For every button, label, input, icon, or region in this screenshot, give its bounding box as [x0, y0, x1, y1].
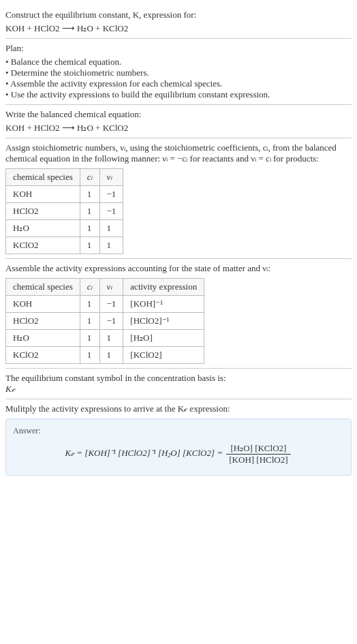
table-cell: 1 — [80, 296, 99, 313]
symbol-value: K𝒸 — [5, 384, 352, 395]
table-cell: [H₂O] — [123, 330, 204, 347]
table-header-row: chemical species cᵢ νᵢ — [6, 169, 123, 186]
table-row: KClO2 1 1 — [6, 237, 123, 254]
table-cell: 1 — [99, 330, 123, 347]
symbol-section: The equilibrium constant symbol in the c… — [5, 369, 352, 399]
kc-numerator: [H₂O] [KClO2] — [226, 443, 290, 455]
header-section: Construct the equilibrium constant, K, e… — [5, 5, 352, 39]
table-row: KOH 1 −1 — [6, 186, 123, 203]
activity-intro: Assemble the activity expressions accoun… — [5, 263, 352, 274]
plan-item: Balance the chemical equation. — [5, 57, 352, 67]
balanced-equation: KOH + HClO2 ⟶ H₂O + KClO2 — [5, 123, 352, 134]
table-header-row: chemical species cᵢ νᵢ activity expressi… — [6, 279, 204, 296]
table-cell: 1 — [80, 330, 99, 347]
plan-item: Use the activity expressions to build th… — [5, 89, 352, 100]
table-header: νᵢ — [99, 169, 123, 186]
table-row: HClO2 1 −1 — [6, 203, 123, 220]
table-cell: [KOH]⁻¹ — [123, 296, 204, 313]
table-cell: 1 — [99, 347, 123, 364]
activity-table: chemical species cᵢ νᵢ activity expressi… — [5, 278, 204, 364]
answer-box: Answer: K𝒸 = [KOH]⁻¹ [HClO2]⁻¹ [H₂O] [KC… — [5, 418, 352, 476]
plan-section: Plan: Balance the chemical equation. Det… — [5, 39, 352, 105]
activity-section: Assemble the activity expressions accoun… — [5, 259, 352, 369]
table-cell: −1 — [99, 296, 123, 313]
table-cell: KClO2 — [6, 237, 80, 254]
plan-title: Plan: — [5, 43, 352, 54]
table-cell: 1 — [80, 313, 99, 330]
balanced-title: Write the balanced chemical equation: — [5, 109, 352, 120]
table-cell: HClO2 — [6, 203, 80, 220]
balanced-section: Write the balanced chemical equation: KO… — [5, 105, 352, 138]
table-cell: H₂O — [6, 220, 80, 237]
table-cell: KOH — [6, 186, 80, 203]
plan-list: Balance the chemical equation. Determine… — [5, 57, 352, 100]
table-cell: 1 — [99, 237, 123, 254]
table-header: chemical species — [6, 169, 80, 186]
multiply-section: Mulitply the activity expressions to arr… — [5, 399, 352, 480]
table-row: H₂O 1 1 [H₂O] — [6, 330, 204, 347]
kc-left: K𝒸 = [KOH]⁻¹ [HClO2]⁻¹ [H₂O] [KClO2] = — [65, 448, 223, 458]
table-row: KClO2 1 1 [KClO2] — [6, 347, 204, 364]
table-row: HClO2 1 −1 [HClO2]⁻¹ — [6, 313, 204, 330]
header-equation: KOH + HClO2 ⟶ H₂O + KClO2 — [5, 23, 352, 34]
plan-item: Assemble the activity expression for eac… — [5, 78, 352, 89]
table-cell: 1 — [80, 347, 99, 364]
table-cell: −1 — [99, 203, 123, 220]
stoich-table: chemical species cᵢ νᵢ KOH 1 −1 HClO2 1 … — [5, 168, 123, 254]
stoich-section: Assign stoichiometric numbers, νᵢ, using… — [5, 138, 352, 259]
answer-label: Answer: — [13, 426, 344, 436]
table-row: H₂O 1 1 — [6, 220, 123, 237]
stoich-intro: Assign stoichiometric numbers, νᵢ, using… — [5, 142, 352, 164]
table-row: KOH 1 −1 [KOH]⁻¹ — [6, 296, 204, 313]
symbol-intro: The equilibrium constant symbol in the c… — [5, 373, 352, 384]
table-cell: 1 — [80, 237, 99, 254]
table-header: chemical species — [6, 279, 80, 296]
table-header: cᵢ — [80, 279, 99, 296]
kc-expression: K𝒸 = [KOH]⁻¹ [HClO2]⁻¹ [H₂O] [KClO2] = [… — [13, 440, 344, 468]
table-cell: KClO2 — [6, 347, 80, 364]
table-header: activity expression — [123, 279, 204, 296]
table-cell: 1 — [99, 220, 123, 237]
table-header: νᵢ — [99, 279, 123, 296]
header-title: Construct the equilibrium constant, K, e… — [5, 10, 352, 20]
table-cell: −1 — [99, 186, 123, 203]
plan-item: Determine the stoichiometric numbers. — [5, 67, 352, 78]
kc-fraction: [H₂O] [KClO2] [KOH] [HClO2] — [226, 443, 290, 465]
table-cell: H₂O — [6, 330, 80, 347]
table-cell: KOH — [6, 296, 80, 313]
table-cell: [KClO2] — [123, 347, 204, 364]
table-cell: 1 — [80, 203, 99, 220]
table-cell: −1 — [99, 313, 123, 330]
table-cell: 1 — [80, 186, 99, 203]
table-cell: HClO2 — [6, 313, 80, 330]
table-header: cᵢ — [80, 169, 99, 186]
kc-denominator: [KOH] [HClO2] — [226, 455, 290, 465]
table-cell: [HClO2]⁻¹ — [123, 313, 204, 330]
multiply-intro: Mulitply the activity expressions to arr… — [5, 403, 352, 414]
table-cell: 1 — [80, 220, 99, 237]
